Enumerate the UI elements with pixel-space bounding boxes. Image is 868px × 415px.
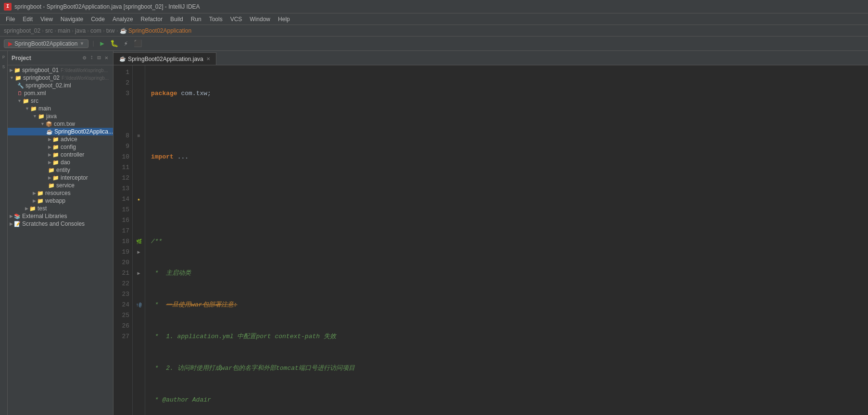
tree-item-SpringBoot02Application[interactable]: ☕ SpringBoot02Applica... xyxy=(8,128,113,135)
menu-item-help[interactable]: Help xyxy=(274,15,294,24)
stop-button[interactable]: ⬛ xyxy=(132,38,144,49)
tree-arrow: ▶ xyxy=(10,214,13,219)
project-icon-sort[interactable]: ↕ xyxy=(89,54,94,62)
debug-button[interactable]: 🐛 xyxy=(108,38,120,49)
tree-item-extlibs[interactable]: ▶ 📚 External Libraries xyxy=(8,212,113,220)
tree-item-springboot02[interactable]: ▼ 📁 springboot_02 F:\IdeaWork\springb... xyxy=(8,74,113,82)
title-bar: I springboot - SpringBoot02Application.j… xyxy=(0,0,868,13)
breadcrumb-item[interactable]: springboot_02 xyxy=(4,27,40,34)
breadcrumb-item-active[interactable]: SpringBoot02Application xyxy=(128,27,191,34)
sidebar-icon-project[interactable]: P xyxy=(0,54,7,61)
menu-item-analyze[interactable]: Analyze xyxy=(109,15,137,24)
menu-item-build[interactable]: Build xyxy=(166,15,187,24)
tree-arrow: ▶ xyxy=(48,160,51,165)
tree-item-iml[interactable]: 🔧 springboot_02.iml xyxy=(8,82,113,89)
tree-arrow: ▶ xyxy=(10,221,13,226)
tree-item-entity[interactable]: 📁 entity xyxy=(8,166,113,174)
project-header: Project ⚙ ↕ ⊟ ✕ xyxy=(8,51,113,65)
tree-item-test[interactable]: ▶ 📁 test xyxy=(8,205,113,212)
tree-item-controller[interactable]: ▶ 📁 controller xyxy=(8,151,113,159)
menu-item-vcs[interactable]: VCS xyxy=(226,15,246,24)
tree-arrow: ▶ xyxy=(33,198,36,203)
tree-item-main[interactable]: ▼ 📁 main xyxy=(8,105,113,112)
breadcrumb-item[interactable]: src xyxy=(45,27,53,34)
run-config-label: SpringBoot02Application xyxy=(14,40,77,47)
tree-arrow: ▼ xyxy=(10,75,14,80)
gutter-run[interactable]: 🌿 xyxy=(133,236,145,247)
editor-content[interactable]: 1 2 3 8 9 10 11 12 13 14 15 16 17 18 19 … xyxy=(113,65,868,415)
code-line-gap xyxy=(151,183,862,215)
run-config-arrow: ▼ xyxy=(79,41,84,46)
tree-arrow: ▶ xyxy=(33,191,36,195)
tree-item-service[interactable]: 📁 service xyxy=(8,182,113,189)
tree-item-src[interactable]: ▼ 📁 src xyxy=(8,97,113,105)
project-icon-gear[interactable]: ⚙ xyxy=(82,54,87,62)
menu-item-code[interactable]: Code xyxy=(87,15,109,24)
tree-item-resources[interactable]: ▶ 📁 resources xyxy=(8,189,113,197)
title-text: springboot - SpringBoot02Application.jav… xyxy=(14,3,200,10)
coverage-button[interactable]: ⚡ xyxy=(122,38,130,49)
editor-tab-bar: ☕ SpringBoot02Application.java ✕ xyxy=(113,51,868,65)
code-line-2 xyxy=(151,120,862,131)
menu-item-edit[interactable]: Edit xyxy=(19,15,37,24)
code-line-13: * @author Adair xyxy=(151,395,862,405)
breadcrumb-item[interactable]: java xyxy=(75,27,86,34)
tree-arrow: ▶ xyxy=(48,137,51,142)
tree-item-dao[interactable]: ▶ 📁 dao xyxy=(8,159,113,166)
tree-arrow: ▼ xyxy=(17,98,22,103)
tree-item-scratches[interactable]: ▶ 📝 Scratches and Consoles xyxy=(8,220,113,228)
tree-item-interceptor[interactable]: ▶ 📁 interceptor xyxy=(8,174,113,182)
tree-arrow: ▶ xyxy=(25,206,28,211)
code-line-8: /** xyxy=(151,236,862,247)
tab-close-button[interactable]: ✕ xyxy=(206,56,210,61)
run-button[interactable]: ▶ xyxy=(98,38,106,49)
run-config-icon: ▶ xyxy=(8,40,13,47)
tree-arrow: ▼ xyxy=(33,114,37,119)
menu-item-tools[interactable]: Tools xyxy=(205,15,226,24)
sidebar-icon-structure[interactable]: S xyxy=(0,64,7,71)
tree-arrow: ▼ xyxy=(25,106,29,111)
editor-area: ☕ SpringBoot02Application.java ✕ 1 2 3 8… xyxy=(113,51,868,415)
code-line-11: * 1. application.yml 中配置port context-pat… xyxy=(151,331,862,342)
gutter: ≡ ★ 🌿 ▶ ▶ ↑@ xyxy=(133,65,145,415)
project-title: Project xyxy=(12,55,82,61)
gutter-override[interactable]: ↑@ xyxy=(133,300,145,310)
gutter-star: ★ xyxy=(133,194,145,205)
tree-item-comtxw[interactable]: ▼ 📦 com.txw xyxy=(8,120,113,128)
tab-icon: ☕ xyxy=(119,56,126,62)
tree-arrow: ▶ xyxy=(48,175,51,180)
breadcrumb-item[interactable]: com xyxy=(90,27,101,34)
editor-tab-active[interactable]: ☕ SpringBoot02Application.java ✕ xyxy=(113,52,216,65)
project-icon-collapse[interactable]: ⊟ xyxy=(97,54,102,62)
tab-label: SpringBoot02Application.java xyxy=(128,56,203,62)
code-line-9: * 主启动类 xyxy=(151,268,862,279)
file-tree: ▶ 📁 springboot_01 F:\IdeaWork\springb...… xyxy=(8,65,113,415)
tree-item-springboot01[interactable]: ▶ 📁 springboot_01 F:\IdeaWork\springb... xyxy=(8,66,113,74)
toolbar: ▶ SpringBoot02Application ▼ | ▶ 🐛 ⚡ ⬛ xyxy=(0,37,868,51)
menu-item-view[interactable]: View xyxy=(37,15,57,24)
tree-item-advice[interactable]: ▶ 📁 advice xyxy=(8,135,113,143)
breadcrumb-item[interactable]: txw xyxy=(106,27,115,34)
tree-arrow: ▶ xyxy=(10,68,13,73)
code-line-10: * 一旦使用war包部署注意: xyxy=(151,300,862,310)
gutter-fold2[interactable]: ▶ xyxy=(133,247,145,257)
code-line-3: import ... xyxy=(151,152,862,162)
menu-item-refactor[interactable]: Refactor xyxy=(137,15,166,24)
code-line-1: package com.txw; xyxy=(151,88,862,99)
menu-item-run[interactable]: Run xyxy=(187,15,205,24)
menu-item-navigate[interactable]: Navigate xyxy=(57,15,87,24)
breadcrumb-item[interactable]: main xyxy=(58,27,70,34)
app-icon: I xyxy=(4,3,12,11)
menu-item-file[interactable]: File xyxy=(2,15,19,24)
code-area[interactable]: package com.txw; import ... /** * 主启动类 *… xyxy=(145,65,868,415)
gutter-fold[interactable]: ≡ xyxy=(133,131,145,141)
tree-item-config[interactable]: ▶ 📁 config xyxy=(8,143,113,151)
menu-item-window[interactable]: Window xyxy=(246,15,274,24)
tree-item-webapp[interactable]: ▶ 📁 webapp xyxy=(8,197,113,205)
tree-item-java[interactable]: ▼ 📁 java xyxy=(8,112,113,120)
tree-item-pom[interactable]: 🗒 pom.xml xyxy=(8,89,113,97)
tree-arrow: ▼ xyxy=(40,122,45,126)
project-icon-close[interactable]: ✕ xyxy=(104,54,109,62)
gutter-fold3[interactable]: ▶ xyxy=(133,268,145,279)
run-config[interactable]: ▶ SpringBoot02Application ▼ xyxy=(4,39,88,48)
